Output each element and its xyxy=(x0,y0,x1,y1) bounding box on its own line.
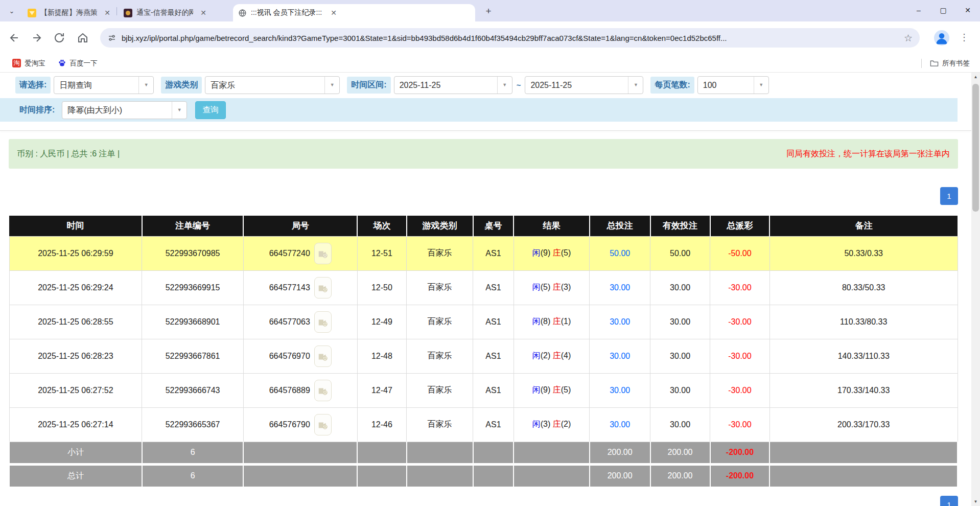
table-cell: 50.00 xyxy=(650,236,710,270)
chevron-down-icon: ▼ xyxy=(754,77,768,94)
scroll-up-icon[interactable]: ▲ xyxy=(971,73,980,81)
bookmark-taobao[interactable]: 淘 爱淘宝 xyxy=(12,59,45,68)
table-cell: 30.00 xyxy=(650,305,710,339)
all-bookmarks-label: 所有书签 xyxy=(942,59,970,68)
table-cell: 522993665367 xyxy=(142,407,244,442)
video-replay-icon[interactable] xyxy=(314,346,332,367)
table-cell: 664577063 xyxy=(243,305,357,339)
url-text[interactable]: bjbj.xyz/ipl/portal.php/game/betrecord_s… xyxy=(122,34,899,42)
tilde-separator: ~ xyxy=(517,81,521,89)
maximize-button[interactable]: ▢ xyxy=(931,0,955,21)
tab-close-icon[interactable]: ✕ xyxy=(200,8,206,17)
query-type-select[interactable]: 日期查询▼ xyxy=(54,76,154,94)
menu-kebab-icon[interactable]: ⋮ xyxy=(960,32,969,43)
table-cell: 2025-11-25 06:28:55 xyxy=(9,305,142,339)
table-cell: 百家乐 xyxy=(407,305,473,339)
sort-select[interactable]: 降幂(由大到小)▼ xyxy=(62,101,187,119)
pagination-page-1-top[interactable]: 1 xyxy=(940,187,958,205)
table-cell xyxy=(473,464,514,487)
table-cell xyxy=(769,464,958,487)
new-tab-button[interactable]: + xyxy=(482,5,495,17)
table-cell: 200.00 xyxy=(590,464,650,487)
home-icon[interactable] xyxy=(76,31,90,45)
scroll-down-icon[interactable]: ▼ xyxy=(971,497,980,506)
table-footer: 小计6200.00200.00-200.00总计6200.00200.00-20… xyxy=(9,442,958,487)
column-header: 局号 xyxy=(243,216,357,236)
column-header: 注单编号 xyxy=(142,216,244,236)
tab-forum[interactable]: 【新提醒】海燕策略论坛 - 综合 ✕ xyxy=(22,4,115,21)
back-icon[interactable] xyxy=(7,31,21,45)
table-cell: 小计 xyxy=(9,442,142,464)
video-replay-icon[interactable] xyxy=(314,414,332,435)
tab-title: 通宝-信誉最好的网上游戏平台 xyxy=(136,8,193,17)
all-bookmarks[interactable]: 所有书签 xyxy=(921,59,970,68)
currency-summary: 币别 : 人民币 | 总共 :6 注单 | xyxy=(17,149,120,159)
game-type-label: 游戏类别 xyxy=(161,77,202,94)
table-cell: 664577240 xyxy=(243,236,357,270)
page-size-select[interactable]: 100▼ xyxy=(697,76,769,94)
table-cell: 170.33/140.33 xyxy=(769,373,958,407)
taobao-icon: 淘 xyxy=(12,59,21,67)
table-cell xyxy=(769,442,958,464)
query-button[interactable]: 查询 xyxy=(195,101,226,119)
table-cell: AS1 xyxy=(473,236,514,270)
address-bar[interactable]: bjbj.xyz/ipl/portal.php/game/betrecord_s… xyxy=(100,28,920,48)
table-cell: 200.00 xyxy=(650,442,710,464)
select-label: 请选择: xyxy=(15,77,51,94)
pagination-page-1-bottom[interactable]: 1 xyxy=(940,496,958,506)
table-row: 2025-11-25 06:28:23522993667861664576970… xyxy=(9,339,958,373)
tab-bet-record[interactable]: :::视讯 会员下注纪录::: ✕ xyxy=(233,4,475,21)
column-header: 总派彩 xyxy=(710,216,770,236)
tab-close-icon[interactable]: ✕ xyxy=(104,8,110,17)
table-cell: AS1 xyxy=(473,373,514,407)
bookmark-baidu[interactable]: 百度一下 xyxy=(58,59,98,68)
table-cell: 12-51 xyxy=(357,236,407,270)
table-cell: 522993670985 xyxy=(142,236,244,270)
tab-tongbao[interactable]: 通宝-信誉最好的网上游戏平台 ✕ xyxy=(119,4,212,21)
result-cell: 闲(5) 庄(3) xyxy=(514,270,589,305)
reload-icon[interactable] xyxy=(52,31,66,45)
result-cell: 闲(9) 庄(5) xyxy=(514,236,589,270)
bet-record-table: 时间注单编号局号场次游戏类别桌号结果总投注有效投注总派彩备注 2025-11-2… xyxy=(9,216,958,487)
table-cell: 12-49 xyxy=(357,305,407,339)
table-cell: 12-48 xyxy=(357,339,407,373)
table-cell: 百家乐 xyxy=(407,373,473,407)
table-cell: 12-46 xyxy=(357,407,407,442)
table-cell: 200.00 xyxy=(590,442,650,464)
tab-search-chevron-icon[interactable]: ⌄ xyxy=(6,6,17,17)
bookmark-star-icon[interactable]: ☆ xyxy=(904,32,913,44)
vertical-scrollbar[interactable]: ▲ ▼ xyxy=(971,73,980,506)
close-button[interactable]: ✕ xyxy=(955,0,980,21)
video-replay-icon[interactable] xyxy=(314,311,332,333)
scrollbar-thumb[interactable] xyxy=(972,84,979,212)
table-cell: 百家乐 xyxy=(407,270,473,305)
table-cell: 140.33/110.33 xyxy=(769,339,958,373)
minimize-button[interactable]: – xyxy=(906,0,931,21)
table-body: 2025-11-25 06:29:59522993670985664577240… xyxy=(9,236,958,442)
date-from-select[interactable]: 2025-11-25▼ xyxy=(394,76,512,94)
video-replay-icon[interactable] xyxy=(314,277,332,298)
tune-icon[interactable] xyxy=(107,33,116,42)
chevron-down-icon: ▼ xyxy=(138,77,153,94)
time-range-label: 时间区间: xyxy=(347,77,390,94)
window-controls: – ▢ ✕ xyxy=(906,0,980,21)
table-cell: AS1 xyxy=(473,305,514,339)
profile-avatar[interactable] xyxy=(934,30,949,45)
date-to-select[interactable]: 2025-11-25▼ xyxy=(525,76,643,94)
table-cell: 664577143 xyxy=(243,270,357,305)
globe-icon xyxy=(238,9,247,17)
table-cell: 30.00 xyxy=(590,270,650,305)
column-header: 时间 xyxy=(9,216,142,236)
forward-icon[interactable] xyxy=(30,31,44,45)
result-cell: 闲(3) 庄(2) xyxy=(514,407,589,442)
table-cell: 12-50 xyxy=(357,270,407,305)
table-cell: 30.00 xyxy=(650,407,710,442)
table-cell: 2025-11-25 06:27:14 xyxy=(9,407,142,442)
table-cell xyxy=(473,442,514,464)
video-replay-icon[interactable] xyxy=(314,243,332,264)
result-cell: 闲(2) 庄(4) xyxy=(514,339,589,373)
game-type-select[interactable]: 百家乐▼ xyxy=(205,76,340,94)
result-cell: 闲(8) 庄(1) xyxy=(514,305,589,339)
tab-close-icon[interactable]: ✕ xyxy=(329,8,338,17)
video-replay-icon[interactable] xyxy=(314,380,332,401)
